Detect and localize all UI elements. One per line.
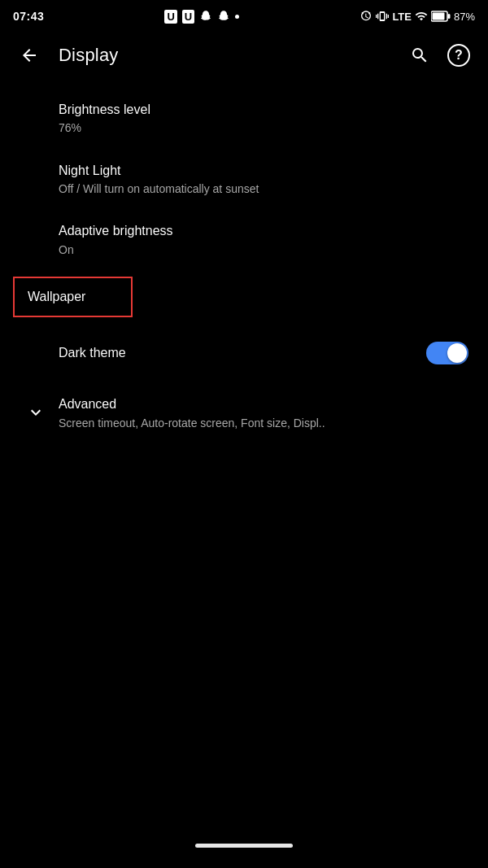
- back-button[interactable]: [13, 39, 46, 72]
- wallpaper-title: Wallpaper: [28, 288, 85, 306]
- svg-rect-1: [432, 13, 444, 20]
- alarm-icon: [359, 10, 373, 23]
- adaptive-brightness-value: On: [59, 242, 429, 257]
- brightness-value: 76%: [59, 120, 429, 135]
- nav-bar: [0, 829, 488, 868]
- brightness-title: Brightness level: [59, 101, 429, 119]
- uber-icon-2: U: [182, 10, 194, 24]
- app-bar: Display ?: [0, 29, 488, 81]
- night-light-title: Night Light: [59, 162, 429, 180]
- night-light-setting[interactable]: Night Light Off / Will turn on automatic…: [0, 149, 488, 210]
- search-button[interactable]: [403, 39, 436, 72]
- dark-theme-setting[interactable]: Dark theme: [0, 324, 488, 382]
- adaptive-brightness-setting[interactable]: Adaptive brightness On: [0, 209, 488, 270]
- advanced-value: Screen timeout, Auto-rotate screen, Font…: [59, 416, 468, 430]
- svg-rect-2: [447, 14, 450, 19]
- status-bar: 07:43 U U LTE 87%: [0, 0, 488, 29]
- uber-icon-1: U: [164, 10, 176, 24]
- help-button[interactable]: ?: [442, 39, 475, 72]
- battery-icon: [431, 10, 451, 23]
- night-light-value: Off / Will turn on automatically at suns…: [59, 181, 429, 196]
- signal-icon: [415, 10, 428, 23]
- lte-label: LTE: [392, 11, 412, 23]
- status-time: 07:43: [13, 10, 44, 23]
- advanced-chevron: [13, 403, 59, 422]
- vibrate-icon: [376, 10, 389, 23]
- advanced-content: Advanced Screen timeout, Auto-rotate scr…: [59, 395, 468, 430]
- battery-level: 87%: [454, 11, 475, 23]
- advanced-setting[interactable]: Advanced Screen timeout, Auto-rotate scr…: [0, 382, 488, 443]
- snapchat-icon-2: [217, 10, 230, 23]
- brightness-setting[interactable]: Brightness level 76%: [0, 88, 488, 149]
- wallpaper-setting[interactable]: Wallpaper: [0, 270, 488, 324]
- settings-list: Brightness level 76% Night Light Off / W…: [0, 81, 488, 450]
- dark-theme-toggle[interactable]: [426, 342, 468, 364]
- adaptive-brightness-title: Adaptive brightness: [59, 222, 429, 240]
- dark-theme-title: Dark theme: [59, 344, 126, 362]
- wallpaper-highlight-box: Wallpaper: [13, 277, 133, 317]
- help-circle: ?: [447, 44, 470, 67]
- page-title: Display: [59, 45, 390, 66]
- status-right-icons: LTE 87%: [359, 10, 475, 23]
- status-center-icons: U U: [164, 10, 239, 24]
- notification-dot: [235, 15, 239, 19]
- snapchat-icon-1: [199, 10, 212, 23]
- toggle-thumb: [447, 343, 467, 363]
- home-indicator: [195, 844, 293, 848]
- app-bar-actions: ?: [403, 39, 475, 72]
- advanced-title: Advanced: [59, 395, 468, 413]
